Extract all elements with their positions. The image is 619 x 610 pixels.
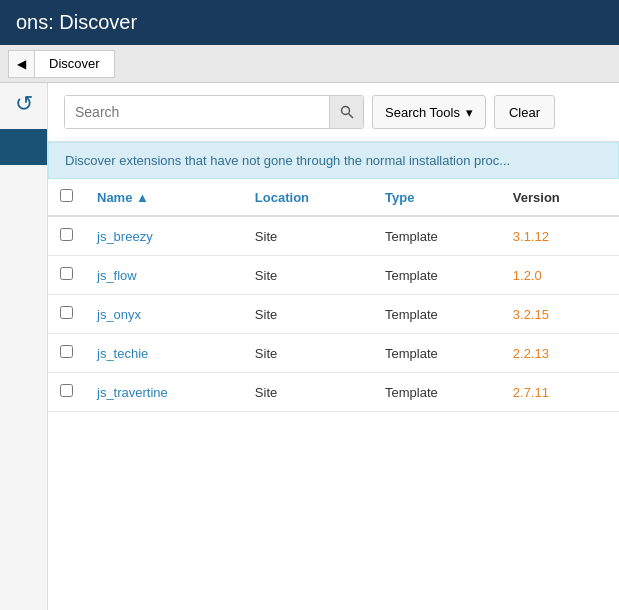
clear-button[interactable]: Clear: [494, 95, 555, 129]
row-version: 3.2.15: [501, 295, 619, 334]
info-banner: Discover extensions that have not gone t…: [48, 142, 619, 179]
row-location: Site: [243, 216, 373, 256]
row-version: 2.7.11: [501, 373, 619, 412]
row-location: Site: [243, 256, 373, 295]
search-icon: [340, 105, 354, 119]
row-type: Template: [373, 373, 501, 412]
page-title: ons: Discover: [16, 11, 137, 34]
row-version: 2.2.13: [501, 334, 619, 373]
extensions-table: Name ▲ Location Type Version js_breezySi…: [48, 179, 619, 412]
row-location: Site: [243, 334, 373, 373]
table-row: js_techieSiteTemplate2.2.13: [48, 334, 619, 373]
main-content: Search Tools ▾ Clear Discover extensions…: [48, 83, 619, 610]
search-tools-button[interactable]: Search Tools ▾: [372, 95, 486, 129]
row-checkbox[interactable]: [60, 384, 73, 397]
column-header-type[interactable]: Type: [373, 179, 501, 216]
row-version: 1.2.0: [501, 256, 619, 295]
row-checkbox[interactable]: [60, 306, 73, 319]
row-type: Template: [373, 295, 501, 334]
toolbar: Search Tools ▾ Clear: [48, 83, 619, 142]
row-type: Template: [373, 256, 501, 295]
tab-discover[interactable]: Discover: [34, 50, 115, 78]
tab-back-button[interactable]: ◀: [8, 50, 34, 78]
column-header-name[interactable]: Name ▲: [85, 179, 243, 216]
row-checkbox[interactable]: [60, 228, 73, 241]
table-row: js_travertineSiteTemplate2.7.11: [48, 373, 619, 412]
row-name: js_flow: [85, 256, 243, 295]
row-name: js_breezy: [85, 216, 243, 256]
row-type: Template: [373, 216, 501, 256]
row-type: Template: [373, 334, 501, 373]
svg-point-0: [341, 107, 349, 115]
search-tools-arrow-icon: ▾: [466, 105, 473, 120]
sidebar-back-icon[interactable]: ↺: [15, 91, 33, 117]
table-row: js_breezySiteTemplate3.1.12: [48, 216, 619, 256]
row-checkbox-cell: [48, 295, 85, 334]
row-name: js_onyx: [85, 295, 243, 334]
row-name: js_travertine: [85, 373, 243, 412]
column-header-checkbox: [48, 179, 85, 216]
svg-line-1: [348, 114, 353, 119]
row-name: js_techie: [85, 334, 243, 373]
row-checkbox-cell: [48, 334, 85, 373]
row-checkbox[interactable]: [60, 267, 73, 280]
row-location: Site: [243, 295, 373, 334]
column-header-version[interactable]: Version: [501, 179, 619, 216]
row-checkbox-cell: [48, 256, 85, 295]
page-header: ons: Discover: [0, 0, 619, 45]
table-row: js_onyxSiteTemplate3.2.15: [48, 295, 619, 334]
sidebar-blue-bar: [0, 129, 47, 165]
row-checkbox-cell: [48, 373, 85, 412]
row-checkbox[interactable]: [60, 345, 73, 358]
row-location: Site: [243, 373, 373, 412]
table-row: js_flowSiteTemplate1.2.0: [48, 256, 619, 295]
row-version: 3.1.12: [501, 216, 619, 256]
row-checkbox-cell: [48, 216, 85, 256]
search-wrapper: [64, 95, 364, 129]
column-header-location[interactable]: Location: [243, 179, 373, 216]
tab-bar: ◀ Discover: [0, 45, 619, 83]
content-area: ↺ Search Tools ▾ Clear: [0, 83, 619, 610]
search-icon-button[interactable]: [329, 96, 363, 128]
table-header-row: Name ▲ Location Type Version: [48, 179, 619, 216]
select-all-checkbox[interactable]: [60, 189, 73, 202]
sidebar: ↺: [0, 83, 48, 610]
search-input[interactable]: [65, 96, 329, 128]
